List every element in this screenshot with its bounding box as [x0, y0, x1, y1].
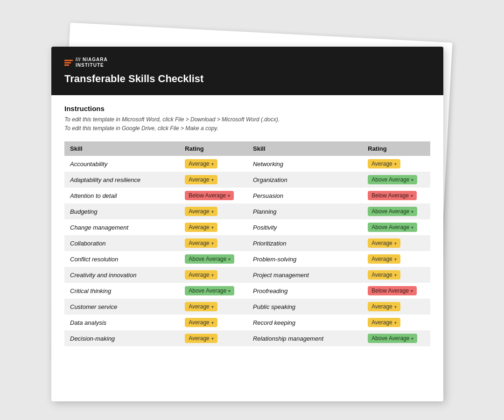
table-header-row: Skill Rating Skill Rating	[64, 141, 430, 156]
skill-name-left: Collaboration	[64, 235, 179, 251]
table-row: CollaborationAveragePrioritizationAverag…	[64, 235, 430, 251]
rating-badge[interactable]: Average	[368, 254, 400, 264]
rating-right[interactable]: Average	[362, 299, 430, 315]
table-row: Critical thinkingAbove AverageProofreadi…	[64, 283, 430, 299]
table-row: Decision-makingAverageRelationship manag…	[64, 330, 430, 346]
skill-name-right: Positivity	[247, 219, 362, 235]
table-row: Customer serviceAveragePublic speakingAv…	[64, 299, 430, 315]
rating-left[interactable]: Average	[179, 315, 247, 330]
skill-name-right: Organization	[247, 172, 362, 188]
rating-left[interactable]: Below Average	[179, 188, 247, 203]
skill-name-right: Public speaking	[247, 299, 362, 315]
rating-badge[interactable]: Average	[368, 318, 400, 327]
rating-right[interactable]: Below Average	[362, 188, 430, 203]
skill-name-right: Networking	[247, 156, 362, 172]
skill-name-right: Persuasion	[247, 188, 362, 203]
skill-name-left: Data analysis	[64, 315, 179, 330]
rating-badge[interactable]: Above Average	[368, 207, 417, 216]
rating-badge[interactable]: Average	[185, 223, 217, 232]
rating-right[interactable]: Above Average	[362, 219, 430, 235]
skill-name-left: Budgeting	[64, 203, 179, 219]
logo-area: /// NIAGARA INSTITUTE	[64, 57, 430, 68]
logo-bar-2	[64, 62, 71, 63]
rating-right[interactable]: Average	[362, 315, 430, 330]
rating-badge[interactable]: Average	[368, 302, 400, 311]
rating-left[interactable]: Average	[179, 267, 247, 283]
rating-right[interactable]: Above Average	[362, 330, 430, 346]
instructions-heading: Instructions	[64, 105, 430, 112]
rating-right[interactable]: Above Average	[362, 203, 430, 219]
rating-badge[interactable]: Average	[368, 159, 400, 168]
rating-badge[interactable]: Average	[185, 238, 217, 248]
rating-right[interactable]: Average	[362, 267, 430, 283]
rating-badge[interactable]: Above Average	[368, 334, 417, 343]
rating-badge[interactable]: Above Average	[185, 286, 234, 295]
paper-front: /// NIAGARA INSTITUTE Transferable Skill…	[51, 47, 443, 401]
logo-text: /// NIAGARA INSTITUTE	[76, 57, 108, 68]
skill-name-left: Decision-making	[64, 330, 179, 346]
table-row: Change managementAveragePositivityAbove …	[64, 219, 430, 235]
rating-badge[interactable]: Above Average	[368, 175, 417, 184]
rating-right[interactable]: Average	[362, 156, 430, 172]
doc-header: /// NIAGARA INSTITUTE Transferable Skill…	[51, 47, 443, 95]
rating-badge[interactable]: Above Average	[185, 254, 234, 264]
rating-badge[interactable]: Average	[185, 334, 217, 343]
table-row: Attention to detailBelow AveragePersuasi…	[64, 188, 430, 203]
table-row: Creativity and innovationAverageProject …	[64, 267, 430, 283]
skill-name-right: Problem-solving	[247, 251, 362, 267]
rating-left[interactable]: Average	[179, 156, 247, 172]
rating-left[interactable]: Above Average	[179, 251, 247, 267]
skill-name-right: Prioritization	[247, 235, 362, 251]
rating-badge[interactable]: Average	[185, 207, 217, 216]
rating-badge[interactable]: Average	[368, 238, 400, 248]
scene: DelegationDependabilityAverageResourcefu…	[51, 19, 453, 401]
table-row: Adaptability and resilienceAverageOrgani…	[64, 172, 430, 188]
rating-right[interactable]: Above Average	[362, 172, 430, 188]
table-row: AccountabilityAverageNetworkingAverage	[64, 156, 430, 172]
logo-bar-3	[64, 64, 69, 66]
skill-name-left: Attention to detail	[64, 188, 179, 203]
rating-badge[interactable]: Average	[185, 318, 217, 327]
rating-badge[interactable]: Average	[368, 270, 400, 280]
rating-left[interactable]: Above Average	[179, 283, 247, 299]
rating-badge[interactable]: Below Average	[185, 191, 234, 200]
rating-left[interactable]: Average	[179, 219, 247, 235]
table-body: AccountabilityAverageNetworkingAverageAd…	[64, 156, 430, 346]
rating-badge[interactable]: Below Average	[368, 286, 417, 295]
col-header-skill1: Skill	[64, 141, 179, 156]
col-header-rating1: Rating	[179, 141, 247, 156]
skill-name-left: Change management	[64, 219, 179, 235]
skill-name-left: Conflict resolution	[64, 251, 179, 267]
logo-line1: /// NIAGARA	[76, 57, 108, 63]
logo-bar-1	[64, 60, 73, 61]
instructions-line2: To edit this template in Google Drive, c…	[64, 124, 430, 133]
rating-left[interactable]: Average	[179, 235, 247, 251]
rating-right[interactable]: Below Average	[362, 283, 430, 299]
col-header-rating2: Rating	[362, 141, 430, 156]
rating-right[interactable]: Average	[362, 235, 430, 251]
rating-left[interactable]: Average	[179, 330, 247, 346]
skill-name-right: Relationship management	[247, 330, 362, 346]
skills-table: Skill Rating Skill Rating Accountability…	[64, 141, 430, 346]
rating-left[interactable]: Average	[179, 172, 247, 188]
table-row: Conflict resolutionAbove AverageProblem-…	[64, 251, 430, 267]
skill-name-left: Customer service	[64, 299, 179, 315]
rating-badge[interactable]: Average	[185, 175, 217, 184]
doc-title: Transferable Skills Checklist	[64, 73, 430, 85]
skill-name-right: Record keeping	[247, 315, 362, 330]
skill-name-left: Accountability	[64, 156, 179, 172]
rating-badge[interactable]: Average	[185, 159, 217, 168]
rating-badge[interactable]: Below Average	[368, 191, 417, 200]
rating-badge[interactable]: Above Average	[368, 223, 417, 232]
table-head: Skill Rating Skill Rating	[64, 141, 430, 156]
rating-badge[interactable]: Average	[185, 302, 217, 311]
col-header-skill2: Skill	[247, 141, 362, 156]
instructions-section: Instructions To edit this template in Mi…	[64, 105, 430, 133]
rating-right[interactable]: Average	[362, 251, 430, 267]
rating-left[interactable]: Average	[179, 299, 247, 315]
table-row: Data analysisAverageRecord keepingAverag…	[64, 315, 430, 330]
table-row: BudgetingAveragePlanningAbove Average	[64, 203, 430, 219]
doc-body: Instructions To edit this template in Mi…	[51, 95, 443, 356]
rating-badge[interactable]: Average	[185, 270, 217, 280]
rating-left[interactable]: Average	[179, 203, 247, 219]
